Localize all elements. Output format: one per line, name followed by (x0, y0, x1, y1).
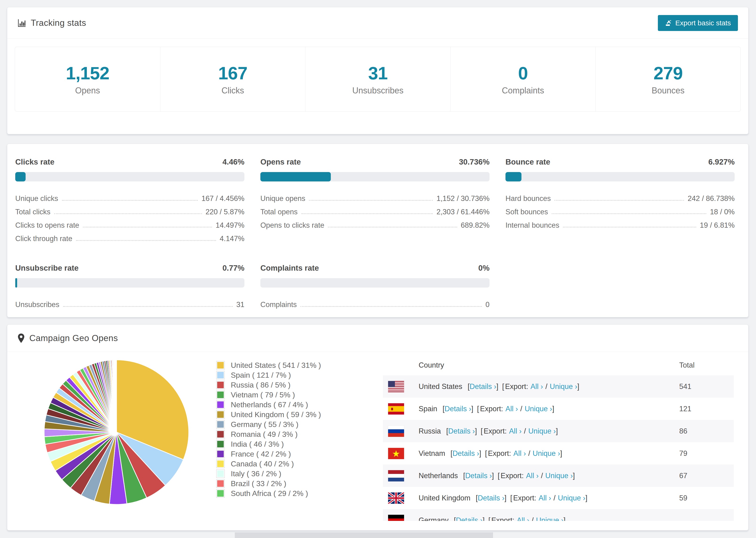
country-flag (388, 470, 419, 481)
dotted-leader (54, 213, 202, 214)
details-link[interactable]: Details › (453, 449, 479, 457)
dotted-leader (563, 227, 696, 228)
table-row: United Kingdom [Details ›][Export:All ›/… (383, 487, 734, 509)
stat-cell: 279 Bounces (595, 47, 740, 111)
rate-row-label: Total opens (260, 208, 298, 216)
legend-swatch (216, 401, 225, 409)
export-basic-stats-button[interactable]: Export basic stats (658, 15, 738, 31)
details-link[interactable]: Details › (478, 494, 505, 502)
export-unique-link[interactable]: Unique › (558, 494, 585, 502)
legend-label: Spain ( 121 / 7% ) (231, 371, 291, 380)
export-label: Export: (505, 382, 528, 391)
bracket: ] (564, 516, 566, 521)
rate-panel-header: Opens rate 30.736% (260, 157, 490, 166)
legend-label: Russia ( 86 / 5% ) (231, 381, 291, 389)
country-name: Russia (419, 427, 443, 435)
country-cell: Germany [Details ›][Export:All ›/Unique … (419, 516, 679, 521)
country-name: Spain (419, 405, 439, 413)
slash-separator: / (524, 427, 526, 435)
export-unique-link[interactable]: Unique › (550, 382, 577, 391)
legend-item: Russia ( 86 / 5% ) (216, 381, 321, 389)
rate-rows: Unsubscribes 31 (15, 296, 244, 309)
country-name: United States (419, 382, 464, 391)
stat-value: 1,152 (66, 63, 109, 83)
export-unique-link[interactable]: Unique › (525, 405, 552, 413)
rate-row-label: Soft bounces (506, 208, 548, 216)
country-flag (388, 381, 419, 392)
stat-value: 31 (368, 63, 388, 83)
details-link[interactable]: Details › (448, 427, 475, 435)
country-name: Netherlands (419, 471, 460, 480)
legend-swatch (216, 381, 225, 389)
export-all-link[interactable]: All › (513, 449, 526, 457)
legend-item: Brazil ( 33 / 2% ) (216, 480, 321, 488)
stat-label: Bounces (652, 86, 684, 95)
dotted-leader (301, 213, 433, 214)
bracket: ] (573, 471, 575, 480)
export-all-link[interactable]: All › (506, 405, 518, 413)
rate-row-label: Unique opens (260, 194, 305, 203)
geo-content: United States ( 541 / 31% ) Spain ( 121 … (7, 352, 748, 522)
dotted-leader (555, 200, 684, 201)
geo-card-header: Campaign Geo Opens (7, 325, 748, 352)
country-cell: Netherlands [Details ›][Export:All ›/Uni… (419, 471, 679, 480)
bottom-overlay-strip (235, 532, 493, 538)
country-column-header: Country (419, 361, 679, 369)
stat-value: 167 (218, 63, 247, 83)
rate-panel: Complaints rate 0% Complaints 0 (260, 264, 490, 309)
country-cell: Russia [Details ›][Export:All ›/Unique ›… (419, 427, 679, 435)
rate-rows: Unique clicks 167 / 4.456% Total clicks … (15, 189, 244, 243)
dotted-leader (328, 227, 457, 228)
legend-swatch (216, 459, 225, 468)
stat-label: Complaints (502, 86, 544, 95)
table-row: Germany [Details ›][Export:All ›/Unique … (383, 509, 734, 521)
country-flag (388, 515, 419, 521)
legend-label: Canada ( 40 / 2% ) (231, 459, 294, 468)
export-all-link[interactable]: All › (526, 471, 539, 480)
rate-row: Click through rate 4.147% (15, 230, 244, 243)
export-all-link[interactable]: All › (509, 427, 521, 435)
export-all-link[interactable]: All › (539, 494, 551, 502)
rate-row-label: Total clicks (15, 208, 50, 216)
details-link[interactable]: Details › (469, 382, 496, 391)
export-unique-link[interactable]: Unique › (533, 449, 560, 457)
bracket: ] (471, 405, 473, 413)
dotted-leader (300, 306, 482, 307)
dotted-leader (63, 306, 233, 307)
legend-swatch (216, 361, 225, 369)
export-label: Export: (484, 427, 507, 435)
legend-label: Brazil ( 33 / 2% ) (231, 479, 287, 488)
bracket: ] (496, 382, 499, 391)
details-link[interactable]: Details › (465, 471, 492, 480)
details-link[interactable]: Details › (456, 516, 483, 521)
export-unique-link[interactable]: Unique › (528, 427, 556, 435)
slash-separator: / (531, 516, 534, 521)
rate-row: Unique clicks 167 / 4.456% (15, 189, 244, 203)
bracket: ] (552, 405, 554, 413)
total-cell: 59 (679, 494, 729, 502)
details-link[interactable]: Details › (445, 405, 471, 413)
country-cell: United States [Details ›][Export:All ›/U… (419, 382, 679, 391)
export-icon (665, 20, 672, 27)
slash-separator: / (520, 405, 522, 413)
rate-progress-fill (15, 172, 26, 182)
legend-swatch (216, 430, 225, 439)
dotted-leader (62, 200, 198, 201)
legend-swatch (216, 479, 225, 488)
rate-row-label: Clicks to opens rate (15, 221, 79, 230)
bracket: [ (502, 382, 504, 391)
export-all-link[interactable]: All › (517, 516, 529, 521)
legend-label: Germany ( 55 / 3% ) (231, 420, 298, 429)
export-unique-link[interactable]: Unique › (545, 471, 573, 480)
bracket: [ (488, 516, 490, 521)
export-all-link[interactable]: All › (531, 382, 543, 391)
tracking-card-header: Tracking stats Export basic stats (7, 7, 748, 39)
country-flag (388, 426, 419, 437)
export-unique-link[interactable]: Unique › (536, 516, 564, 521)
bracket: ] (577, 382, 579, 391)
legend-swatch (216, 489, 225, 498)
legend-label: Romania ( 49 / 3% ) (231, 430, 298, 439)
legend-item: France ( 42 / 2% ) (216, 450, 321, 458)
country-name: United Kingdom (419, 494, 472, 502)
rate-row-value: 220 / 5.87% (206, 208, 244, 216)
